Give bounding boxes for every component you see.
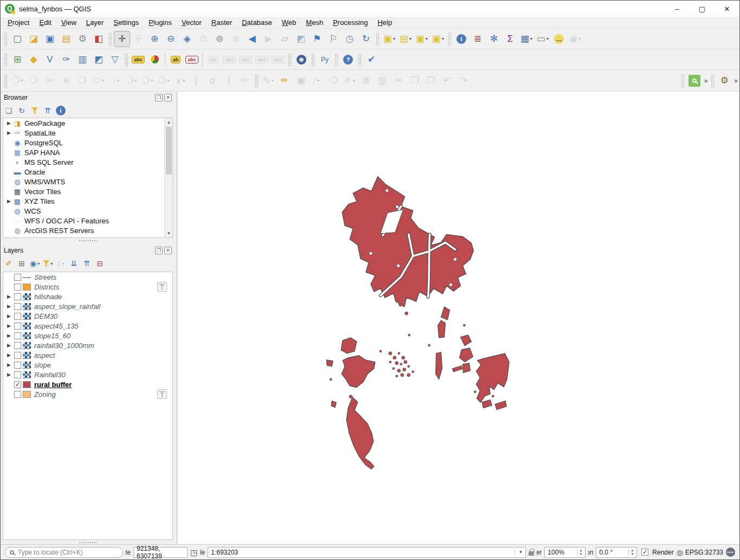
cut-features-button[interactable]: ✂ — [390, 73, 407, 89]
expand-icon[interactable]: ▶ — [5, 362, 12, 368]
open-field-calculator-button[interactable]: ≣ — [469, 31, 486, 47]
browser-item-wcs[interactable]: ◍WCS — [3, 206, 172, 216]
dock-resize-splitter[interactable] — [175, 92, 177, 544]
open-attribute-table-dropdown-icon[interactable]: ▾ — [530, 36, 532, 41]
menu-view[interactable]: View — [56, 17, 81, 28]
messages-icon[interactable]: ••• — [726, 548, 735, 557]
layer-visibility-checkbox[interactable] — [14, 323, 21, 330]
curve-features-button[interactable]: ∫ — [221, 73, 237, 89]
layer-visibility-checkbox[interactable] — [14, 391, 21, 398]
new-print-layout-button[interactable]: ▤ — [58, 31, 74, 47]
menu-layer[interactable]: Layer — [81, 17, 109, 28]
copy-features-button[interactable]: ❐ — [407, 73, 423, 89]
browser-item-postgresql[interactable]: ◉PostgreSQL — [3, 138, 172, 147]
measure-line-dropdown-icon[interactable]: ▾ — [546, 36, 549, 41]
menu-mesh[interactable]: Mesh — [301, 17, 328, 28]
show-bookmarks-button[interactable]: ⚐ — [325, 31, 342, 47]
filter-browser-button[interactable] — [29, 105, 41, 117]
select-features-dropdown-icon[interactable]: ▾ — [393, 36, 395, 41]
vertex-tool-button[interactable]: ⋎▾ — [172, 73, 188, 89]
toolbar-drag-handle[interactable] — [358, 53, 362, 66]
coordinate-input[interactable]: 921348, 6307139 — [133, 547, 188, 558]
layer-visibility-checkbox[interactable] — [14, 362, 21, 369]
menu-raster[interactable]: Raster — [207, 17, 237, 28]
toolbar-drag-handle[interactable] — [288, 53, 292, 66]
browser-item-xyz-tiles[interactable]: ▶▩XYZ Tiles — [3, 196, 172, 206]
toolbar-overflow-icon[interactable]: » — [703, 77, 710, 85]
menu-project[interactable]: Project — [3, 17, 34, 28]
current-edits-button[interactable]: ✎▾ — [260, 73, 276, 89]
expand-all-button[interactable]: ⇊ — [68, 258, 80, 269]
add-group-button[interactable]: ⊞ — [16, 258, 28, 269]
browser-item-oracle[interactable]: ▬Oracle — [3, 167, 172, 177]
fill-ring-dropdown-icon[interactable]: ▾ — [117, 78, 119, 83]
refresh-browser-button[interactable]: ↻ — [16, 105, 28, 117]
expand-icon[interactable]: ▶ — [5, 304, 12, 309]
rotation-down-icon[interactable]: ▼ — [630, 552, 634, 556]
rotation-up-icon[interactable]: ▲ — [630, 549, 634, 552]
select-by-location-dropdown-icon[interactable]: ▾ — [442, 36, 444, 41]
save-project-button[interactable]: ▣ — [42, 31, 58, 47]
browser-close-icon[interactable]: ✕ — [164, 94, 172, 101]
panel-splitter[interactable] — [1, 239, 175, 242]
open-attribute-table-button[interactable]: ▦▾ — [518, 31, 535, 47]
select-features-by-value-dropdown-icon[interactable]: ▾ — [409, 36, 411, 41]
layer-row-hillshade[interactable]: ▶hillshade — [3, 292, 172, 301]
digitize-with-segment-button[interactable]: ∕▾ — [309, 73, 325, 89]
style-manager-button[interactable]: ◧ — [91, 31, 107, 47]
toolbar-overflow-icon[interactable]: » — [732, 77, 739, 85]
expand-icon[interactable]: ▶ — [5, 352, 12, 358]
toolbar-drag-handle[interactable] — [334, 53, 338, 66]
redo-button[interactable]: ↷ — [455, 73, 472, 89]
run-feature-action-button[interactable]: ◉▾ — [567, 31, 583, 47]
menu-plugins[interactable]: Plugins — [144, 17, 177, 28]
browser-item-vector-tiles[interactable]: ▦Vector Tiles — [3, 186, 172, 196]
add-ring-dropdown-icon[interactable]: ▾ — [102, 78, 104, 83]
scale-lock-icon[interactable] — [529, 551, 534, 556]
layer-visibility-checkbox[interactable] — [14, 342, 21, 349]
layer-visibility-checkbox[interactable] — [14, 352, 21, 359]
pan-map-button[interactable]: ✛ — [114, 31, 130, 47]
digitize-with-segment-dropdown-icon[interactable]: ▾ — [317, 78, 319, 83]
show-hide-labels-button[interactable]: ab — [205, 52, 221, 68]
help-contents-button[interactable]: ? — [340, 52, 356, 68]
toolbar-drag-handle[interactable] — [4, 53, 8, 66]
browser-item-sap-hana[interactable]: ▦SAP HANA — [3, 147, 172, 157]
new-mesh-layer-button[interactable]: ◩ — [91, 52, 107, 68]
offset-curve-button[interactable]: ❍▾ — [123, 73, 139, 89]
layer-visibility-checkbox[interactable] — [14, 313, 21, 320]
layer-row-dem30[interactable]: ▶DEM30 — [3, 311, 172, 321]
menu-edit[interactable]: Edit — [34, 17, 56, 28]
render-checkbox[interactable]: ✓ — [641, 549, 648, 556]
layers-close-icon[interactable]: ✕ — [164, 247, 172, 254]
new-3d-map-view-button[interactable]: ◩ — [293, 31, 309, 47]
browser-item-geopackage[interactable]: ▶◨GeoPackage — [3, 118, 172, 128]
manage-map-themes-button[interactable]: ◉▾ — [29, 258, 41, 269]
move-feature-button[interactable]: ❍ — [325, 73, 342, 89]
collapse-all-browser-button[interactable]: ⇈ — [42, 105, 54, 117]
toolbar-drag-handle[interactable] — [4, 74, 8, 87]
layer-labeling-options-button[interactable]: abc — [130, 52, 146, 68]
expand-icon[interactable]: ▶ — [5, 130, 12, 136]
new-project-button[interactable]: ▢ — [9, 31, 25, 47]
expand-icon[interactable]: ▶ — [5, 313, 12, 319]
layer-row-zoning[interactable]: Zoning — [3, 389, 172, 399]
layer-visibility-checkbox[interactable] — [14, 274, 21, 281]
toggle-editing-button[interactable]: ✏ — [276, 73, 293, 89]
layer-visibility-checkbox[interactable] — [14, 303, 21, 310]
layer-filter-indicator-icon[interactable] — [157, 282, 167, 292]
toolbar-drag-handle[interactable] — [108, 33, 112, 46]
filter-legend-button[interactable]: ▾ — [42, 258, 54, 269]
add-ring-button[interactable]: ⬭▾ — [91, 73, 107, 89]
menu-vector[interactable]: Vector — [177, 17, 207, 28]
new-spatialite-layer-button[interactable]: ✑ — [58, 52, 74, 68]
layer-filter-indicator-icon[interactable] — [157, 389, 167, 399]
fill-ring-button[interactable]: ◌▾ — [107, 73, 123, 89]
map-tips-button[interactable]: … — [551, 31, 567, 47]
toolbar-drag-handle[interactable] — [125, 53, 128, 66]
expand-icon[interactable]: ▶ — [5, 323, 12, 329]
add-vector-layer-button[interactable]: ◆ — [25, 52, 42, 68]
layer-row-aspect-slope-rainfall[interactable]: ▶aspect_slope_rainfall — [3, 301, 172, 311]
paste-features-button[interactable]: ❒ — [423, 73, 439, 89]
delete-selected-button[interactable]: ▥ — [374, 73, 390, 89]
